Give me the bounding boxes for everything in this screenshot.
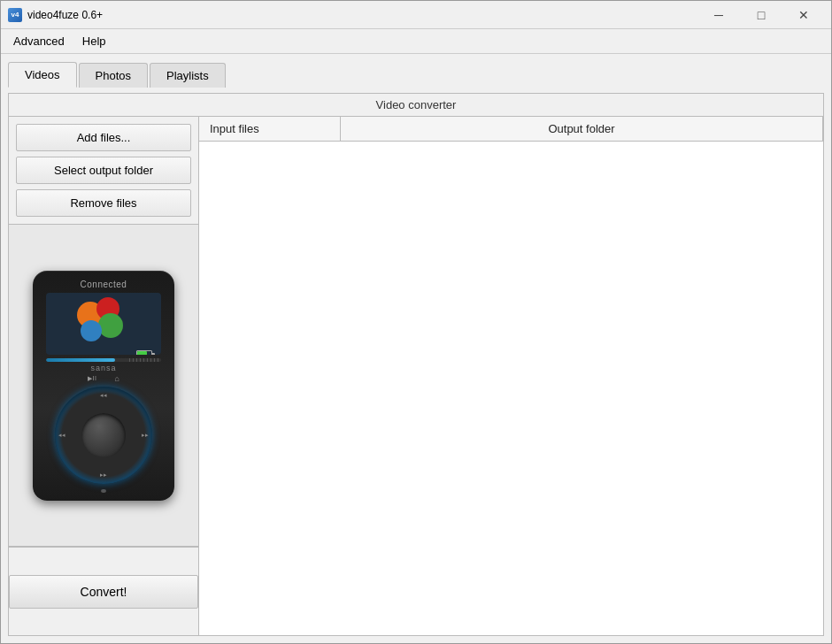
player-screen: [46, 293, 161, 355]
sansa-player: Connected: [33, 271, 174, 501]
wheel-nav-right: ▸▸: [142, 432, 149, 439]
scroll-wheel-outer[interactable]: ◂◂ ▸▸ ◂◂ ▸▸: [55, 387, 152, 484]
col-header-output: Output folder: [341, 117, 823, 141]
tabs-bar: Videos Photos Playlists: [1, 54, 831, 88]
tab-photos[interactable]: Photos: [79, 63, 148, 88]
wheel-nav-left: ◂◂: [58, 432, 65, 439]
circle-blue: [81, 320, 102, 341]
app-window: v4 video4fuze 0.6+ ─ □ ✕ Advanced Help V…: [0, 0, 832, 644]
content-panel: Video converter Add files... Select outp…: [8, 93, 824, 636]
panel-title: Video converter: [9, 94, 823, 117]
battery-indicator: [136, 350, 152, 355]
col-header-input: Input files: [199, 117, 341, 141]
player-progress-dots: [127, 358, 161, 362]
ctrl-play-label: ▶II: [88, 375, 96, 382]
main-content: Video converter Add files... Select outp…: [1, 88, 831, 643]
player-brand: sansa: [90, 364, 116, 372]
window-controls: ─ □ ✕: [698, 3, 824, 27]
device-area: Connected: [9, 224, 198, 547]
convert-section: Convert!: [9, 547, 198, 635]
scroll-wheel-container: ◂◂ ▸▸ ◂◂ ▸▸: [55, 387, 152, 484]
left-panel: Add files... Select output folder Remove…: [9, 117, 199, 635]
device-status: Connected: [81, 280, 127, 289]
player-controls-row: ▶II ⌂: [40, 374, 167, 383]
menu-bar: Advanced Help: [1, 29, 831, 54]
player-progress-fill: [46, 358, 115, 362]
tab-videos[interactable]: Videos: [8, 62, 77, 88]
close-button[interactable]: ✕: [783, 3, 824, 27]
add-files-button[interactable]: Add files...: [16, 124, 191, 151]
scroll-wheel-inner[interactable]: [81, 413, 126, 457]
file-list-area[interactable]: [199, 142, 823, 635]
maximize-button[interactable]: □: [741, 3, 782, 27]
battery-fill: [137, 351, 147, 355]
panel-body: Add files... Select output folder Remove…: [9, 117, 823, 635]
menu-advanced[interactable]: Advanced: [4, 31, 73, 51]
file-table-header: Input files Output folder: [199, 117, 823, 142]
logo-circles: [77, 297, 130, 350]
window-title: video4fuze 0.6+: [27, 9, 698, 21]
wheel-nav-bottom: ▸▸: [100, 472, 107, 479]
player-dot: [101, 489, 106, 494]
circle-green: [98, 313, 123, 338]
wheel-nav-top: ◂◂: [100, 392, 107, 399]
minimize-button[interactable]: ─: [698, 3, 739, 27]
remove-files-button[interactable]: Remove files: [16, 189, 191, 217]
right-panel: Input files Output folder: [199, 117, 823, 635]
action-buttons: Add files... Select output folder Remove…: [9, 117, 198, 224]
app-icon: v4: [8, 8, 22, 22]
convert-button[interactable]: Convert!: [9, 575, 198, 609]
title-bar: v4 video4fuze 0.6+ ─ □ ✕: [1, 1, 831, 29]
player-progress-bar: [46, 358, 161, 362]
select-output-button[interactable]: Select output folder: [16, 157, 191, 184]
tab-playlists[interactable]: Playlists: [150, 63, 226, 88]
ctrl-home-icon: ⌂: [114, 374, 119, 383]
menu-help[interactable]: Help: [73, 31, 115, 51]
